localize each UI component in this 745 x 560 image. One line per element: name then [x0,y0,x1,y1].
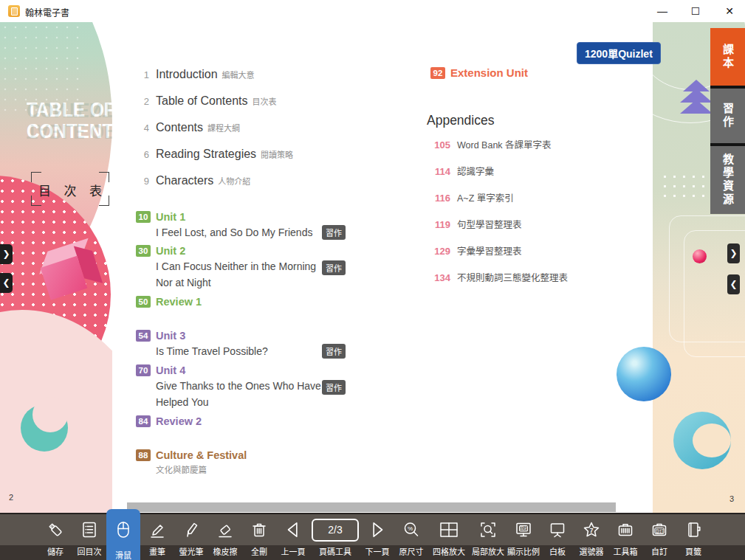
horizontal-scrollbar[interactable] [127,502,616,512]
page-number-tool[interactable]: 2/3 頁碼工具 [310,514,360,560]
tab-workbook[interactable]: 習作 [710,89,745,143]
toc-entry-reading-strategies[interactable]: 6 Reading Strategies 閱讀策略 [136,148,293,161]
book-spread: TABLE OF CONTENTS TABLE OF CONTENTS 目 次 … [0,22,745,513]
toolbox-icon [616,516,635,543]
workbook-badge[interactable]: 習作 [322,260,346,275]
page-number-right: 3 [729,494,734,503]
quizlet-button[interactable]: 1200單Quizlet [577,42,661,64]
region-zoom-icon [478,516,498,543]
save-button[interactable]: 儲存 [38,514,72,560]
toc-entry-unit2[interactable]: 30 Unit 2 I Can Focus Neither in the Mor… [136,244,347,291]
toolbox-button[interactable]: 工具箱 [608,514,642,560]
nav-back-right-edge[interactable]: ❮ [727,274,740,294]
eraser-icon [216,516,235,543]
dots-pattern-decoration [660,172,718,204]
toc-deco-title-zh: 目 次 表 [31,172,109,206]
toc-entry-extension-unit[interactable]: 92 Extension Unit [430,66,593,80]
app-title: 翰林電子書 [25,6,69,18]
region-zoom-button[interactable]: 局部放大 [470,514,507,560]
toc-entry-review1[interactable]: 50 Review 1 [136,295,347,308]
back-to-toc-button[interactable]: 回目次 [72,514,106,560]
nav-forward-right-edge[interactable]: ❯ [727,243,740,263]
page-tabs-button[interactable]: 頁籤 [676,514,710,560]
previous-page-button[interactable]: 上一頁 [276,514,310,560]
number-picker-button[interactable]: 7 選號器 [574,514,608,560]
toc-entry-culture-festival[interactable]: 88 Culture & Festival 文化與節慶篇 [136,449,347,477]
toc-entry-review2[interactable]: 84 Review 2 [136,415,347,428]
svg-text:%: % [408,525,413,532]
toc-icon [80,516,99,543]
toc-entry-sentence-patterns[interactable]: 119 句型學習整理表 [431,217,522,231]
page-tab-icon [684,516,703,543]
tab-textbook[interactable]: 課本 [710,28,745,86]
prev-page-icon [283,516,303,543]
toc-entry-contents[interactable]: 4 Contents 課程大綱 [136,121,240,134]
workbook-badge[interactable]: 習作 [322,380,346,395]
display-ratio-icon: 固定 [514,516,533,543]
workbook-badge[interactable]: 習作 [322,344,346,359]
star-number-icon: 7 [582,516,601,543]
toc-entry-unit3[interactable]: 54 Unit 3 Is Time Travel Possible? 習作 [136,329,347,360]
toc-entry-unit4[interactable]: 70 Unit 4 Give Thanks to the Ones Who Ha… [136,364,347,411]
nav-forward-left-edge[interactable]: ❯ [0,244,13,264]
usb-save-icon [46,516,65,543]
eraser-tool-button[interactable]: 橡皮擦 [208,514,242,560]
svg-text:自訂: 自訂 [655,528,664,534]
workbook-badge[interactable]: 習作 [322,225,346,240]
toc-deco-title-reflection: TABLE OF CONTENTS [27,99,112,142]
toc-entry-introduction[interactable]: 1 Introduction 編輯大意 [136,68,255,81]
title-bar: 翰林電子書 — ☐ ✕ [0,0,745,22]
toc-entry-irregular-verbs[interactable]: 134 不規則動詞三態變化整理表 [431,270,568,284]
mouse-tool-button[interactable]: 滑鼠 [106,509,140,560]
quad-zoom-button[interactable]: 四格放大 [428,514,470,560]
appendices-heading: Appendices [427,113,494,128]
quad-zoom-icon [438,516,460,543]
toc-entry-characters[interactable]: 9 Characters 人物介紹 [136,174,250,187]
display-ratio-button[interactable]: 固定 顯示比例 [507,514,540,560]
bottom-toolbar: 儲存 回目次 滑鼠 畫筆 螢光筆 橡皮擦 全刪 [0,513,745,560]
maximize-button[interactable]: ☐ [683,0,708,22]
original-size-button[interactable]: % 原尺寸 [394,514,428,560]
whiteboard-icon [548,516,567,543]
svg-text:7: 7 [590,527,594,534]
page-indicator: 2/3 [312,519,359,542]
highlighter-tool-button[interactable]: 螢光筆 [174,514,208,560]
zoom-percent-icon: % [402,516,421,543]
close-button[interactable]: ✕ [717,0,742,22]
triangle-stack-decoration [679,83,713,114]
crescent-decoration [673,412,731,469]
mouse-icon [114,516,133,543]
delete-all-button[interactable]: 全刪 [242,514,276,560]
page-number-box: 2/3 [312,516,359,543]
custom-toolbox-icon: 自訂 [650,516,669,543]
left-page-decoration: TABLE OF CONTENTS TABLE OF CONTENTS 目 次 … [0,22,112,513]
toc-entry-word-bank[interactable]: 105 Word Bank 各課單字表 [431,137,552,151]
side-tab-rail: 課本 習作 教學資源 [710,28,745,214]
toc-entry-unit1[interactable]: 10 Unit 1 I Feel Lost, and So Do My Frie… [136,210,347,241]
trash-icon [250,516,269,543]
highlighter-icon [182,516,201,543]
app-icon [8,5,20,17]
nav-back-left-edge[interactable]: ❮ [0,273,13,293]
toc-entry-vocabulary[interactable]: 114 認識字彙 [431,164,494,178]
toc-entry-az-index[interactable]: 116 A~Z 單字索引 [431,190,514,204]
svg-text:固定: 固定 [519,525,528,531]
custom-tools-button[interactable]: 自訂 自訂 [642,514,676,560]
next-page-button[interactable]: 下一頁 [360,514,394,560]
toc-entry-table-of-contents[interactable]: 2 Table of Contents 目次表 [136,94,277,108]
minimize-button[interactable]: — [650,0,675,22]
blue-sphere-decoration [617,347,671,401]
toc-entry-vocab-summary[interactable]: 129 字彙學習整理表 [431,243,522,257]
red-sphere-decoration [693,249,707,263]
crescent-decoration [21,404,68,452]
tab-teaching-resources[interactable]: 教學資源 [710,146,745,214]
whiteboard-button[interactable]: 白板 [540,514,574,560]
pen-tool-button[interactable]: 畫筆 [140,514,174,560]
pen-icon [148,516,167,543]
next-page-icon [367,516,388,543]
page-number-left: 2 [9,493,13,502]
